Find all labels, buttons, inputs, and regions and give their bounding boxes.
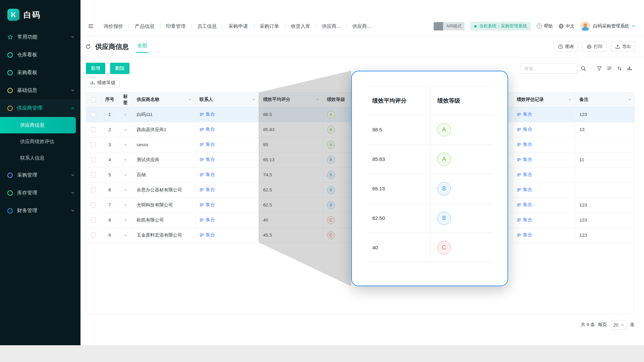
print-button[interactable]: 打印	[582, 42, 607, 52]
grade-filter-chip[interactable]: 绩效等级	[86, 78, 120, 88]
collection-link[interactable]: 集合	[517, 187, 532, 193]
collection-link[interactable]: 集合	[200, 232, 215, 238]
column-header: 备注▼	[575, 93, 635, 107]
air-mode-label: AIR模式	[443, 22, 465, 31]
list-icon	[517, 142, 521, 147]
row-checkbox[interactable]	[91, 157, 96, 162]
tab-seal-mgmt[interactable]: 印章管理	[160, 23, 191, 29]
search-input[interactable]	[521, 63, 578, 74]
sidebar-subitem-supplier-info[interactable]: 供应商信息	[0, 117, 76, 133]
collection-link-label: 集合	[523, 111, 532, 117]
remark-cell	[575, 137, 635, 152]
sidebar-item-finance-mgmt[interactable]: 财务管理	[0, 202, 80, 220]
page-size-value: 20	[613, 322, 618, 327]
row-index-cell: 4	[101, 152, 118, 167]
collection-link[interactable]: 集合	[200, 111, 215, 117]
tab-product-info[interactable]: 产品信息	[129, 23, 160, 29]
filter-triangle-icon[interactable]: ▼	[252, 98, 255, 101]
list-icon	[517, 218, 521, 222]
tab-purchase-order[interactable]: 采购订单	[254, 23, 285, 29]
search-icon[interactable]	[578, 66, 589, 71]
export-button[interactable]: 导出	[611, 42, 635, 52]
row-checkbox[interactable]	[91, 202, 96, 207]
add-button[interactable]: 新增	[86, 63, 105, 74]
unit-label: 条	[630, 322, 635, 328]
row-tag-cell: ♥	[118, 213, 132, 228]
filter-triangle-icon[interactable]: ▼	[188, 98, 192, 101]
collection-link[interactable]: 集合	[200, 126, 215, 132]
row-checkbox[interactable]	[91, 127, 96, 132]
globe-icon	[558, 23, 564, 29]
row-checkbox[interactable]	[91, 233, 96, 238]
row-checkbox[interactable]	[91, 142, 96, 147]
user-menu[interactable]: 白码采购管理系统	[580, 21, 635, 31]
filter-icon[interactable]	[594, 66, 604, 71]
collection-link[interactable]: 集合	[200, 141, 215, 147]
column-header: 标签	[118, 93, 132, 107]
select-all-checkbox[interactable]	[91, 97, 96, 102]
collection-link[interactable]: 集合	[200, 157, 215, 163]
row-checkbox[interactable]	[91, 172, 96, 177]
collection-link[interactable]: 集合	[200, 172, 215, 178]
row-settings-icon[interactable]	[604, 66, 614, 71]
sidebar-subitem-supplier-performance[interactable]: 供应商绩效评估	[0, 133, 76, 150]
supplier-name-cell: 白码111	[132, 107, 195, 122]
sidebar-item-common-functions[interactable]: 常用功能	[0, 28, 80, 46]
row-checkbox[interactable]	[91, 218, 96, 223]
sidebar-item-label: 采购看板	[17, 69, 37, 76]
collection-link-label: 集合	[523, 232, 532, 238]
collection-link[interactable]: 集合	[200, 202, 215, 208]
language-button[interactable]: 中文	[558, 23, 575, 29]
page-size-select[interactable]: 20	[610, 320, 627, 329]
collection-link[interactable]: 集合	[517, 157, 532, 163]
filter-triangle-icon[interactable]: ▼	[315, 98, 319, 101]
filter-triangle-icon[interactable]: ▼	[568, 98, 572, 101]
sidebar-item-warehouse-board[interactable]: 仓库看板	[0, 46, 80, 64]
column-settings-icon[interactable]	[614, 66, 625, 71]
help-button[interactable]: ? 帮助	[537, 23, 553, 29]
topbar-right: AIR模式 当前系统：采购管理系统 ? 帮助 中文	[434, 21, 635, 31]
chart-button[interactable]: 图表	[554, 42, 578, 52]
collection-link-label: 集合	[206, 126, 215, 132]
collection-link[interactable]: 集合	[517, 172, 532, 178]
status-dot	[474, 25, 477, 27]
sidebar-item-inventory-mgmt[interactable]: 库存管理	[0, 184, 80, 202]
filter-triangle-icon[interactable]: ▼	[628, 98, 631, 101]
contact-cell: 集合	[195, 197, 259, 213]
collection-link[interactable]: 集合	[517, 217, 532, 223]
contact-cell: 集合	[195, 213, 259, 228]
collection-link[interactable]: 集合	[517, 232, 532, 238]
tab-receiving-inbound[interactable]: 收货入库	[285, 23, 316, 29]
sidebar-item-purchase-board[interactable]: 采购看板	[0, 64, 80, 81]
delete-button[interactable]: 删除	[110, 63, 129, 74]
collection-link[interactable]: 集合	[517, 126, 532, 132]
collection-link[interactable]: 集合	[517, 202, 532, 208]
sidebar-item-label: 基础信息	[17, 87, 37, 94]
row-checkbox[interactable]	[91, 187, 96, 192]
supplier-name-cell: 余思办公器材有限公司	[132, 182, 195, 197]
collection-link[interactable]: 集合	[200, 187, 215, 193]
tab-supplier-2[interactable]: 供应商...	[347, 23, 377, 29]
chart-view-icon[interactable]	[625, 66, 635, 71]
tab-all[interactable]: 全部	[136, 40, 148, 53]
tab-employee-info[interactable]: 员工信息	[192, 23, 222, 29]
collection-link[interactable]: 集合	[517, 111, 532, 117]
collection-link-label: 集合	[206, 187, 215, 193]
refresh-button[interactable]	[85, 44, 91, 50]
sidebar-item-basic-info[interactable]: 基础信息	[0, 81, 80, 99]
air-mode-badge[interactable]: AIR模式	[434, 22, 465, 31]
collection-link[interactable]: 集合	[517, 141, 532, 147]
collapse-menu-icon[interactable]	[85, 23, 97, 29]
sidebar-item-purchase-mgmt[interactable]: 采购管理	[0, 166, 80, 184]
tab-inquiry-quote[interactable]: 询价报价	[98, 23, 129, 29]
row-checkbox[interactable]	[91, 112, 96, 117]
collection-link[interactable]: 集合	[200, 217, 215, 223]
tab-purchase-request[interactable]: 采购申请	[223, 23, 254, 29]
sidebar-subitem-contact-info[interactable]: 联系人信息	[0, 150, 76, 166]
tab-supplier-1[interactable]: 供应商...	[316, 23, 346, 29]
sidebar-item-supplier-mgmt[interactable]: 供应商管理	[0, 99, 80, 117]
row-tag-cell: ♥	[118, 197, 132, 213]
remark-cell: 13	[575, 122, 635, 137]
row-index-cell: 1	[101, 107, 118, 122]
supplier-name-cell: 欧凯有限公司	[132, 213, 195, 228]
